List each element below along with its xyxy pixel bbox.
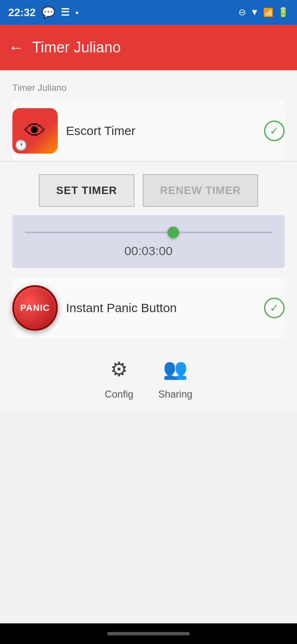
battery-icon: 🔋: [278, 7, 289, 18]
nav-bar: [0, 623, 297, 644]
back-button[interactable]: ←: [8, 39, 24, 57]
gear-icon: ⚙: [110, 358, 128, 381]
bottom-section: ⚙ Config 👥 Sharing: [12, 338, 285, 412]
app-bar: ← Timer Juliano: [0, 25, 297, 70]
message-icon: ☰: [61, 7, 70, 18]
slider-thumb[interactable]: [167, 227, 179, 238]
wifi-icon: ▼: [250, 7, 259, 18]
escort-timer-icon: 👁 🕐: [12, 108, 58, 154]
sharing-icon: 👥: [161, 355, 190, 384]
sharing-item[interactable]: 👥 Sharing: [158, 355, 193, 400]
group-icon: 👥: [163, 358, 188, 381]
clock-badge-icon: 🕐: [15, 140, 27, 151]
slider-fill: [25, 232, 173, 233]
panic-button-image[interactable]: PANIC: [12, 285, 58, 331]
renew-timer-button[interactable]: RENEW TIMER: [143, 174, 258, 207]
status-bar: 22:32 💬 ☰ ● ⊖ ▼ 📶 🔋: [0, 0, 297, 25]
section-label: Timer Juliano: [12, 83, 285, 93]
panic-button-name: Instant Panic Button: [66, 301, 256, 315]
set-timer-button[interactable]: SET TIMER: [39, 174, 134, 207]
app-bar-title: Timer Juliano: [32, 39, 121, 56]
timer-display: 00:03:00: [25, 244, 272, 258]
config-label: Config: [105, 388, 133, 400]
slider-track: [25, 232, 272, 233]
panic-check: ✓: [264, 298, 285, 318]
sharing-label: Sharing: [158, 388, 193, 400]
config-icon: ⚙: [105, 355, 134, 384]
minus-circle-icon: ⊖: [238, 7, 246, 18]
main-content: Timer Juliano 👁 🕐 Escort Timer ✓ SET TIM…: [0, 70, 297, 412]
escort-timer-check: ✓: [264, 121, 285, 141]
status-right: ⊖ ▼ 📶 🔋: [238, 7, 289, 18]
timer-buttons-row: SET TIMER RENEW TIMER: [12, 162, 285, 215]
whatsapp-icon: 💬: [42, 6, 55, 19]
status-left: 22:32 💬 ☰ ●: [8, 6, 79, 19]
dot-icon: ●: [75, 9, 79, 16]
eye-icon: 👁: [24, 118, 46, 143]
escort-timer-row: 👁 🕐 Escort Timer ✓: [12, 101, 285, 161]
check-mark: ✓: [270, 125, 279, 137]
panic-button-row: PANIC Instant Panic Button ✓: [12, 278, 285, 338]
panic-label: PANIC: [20, 303, 50, 313]
escort-timer-name: Escort Timer: [66, 124, 256, 138]
panic-icon-wrapper: PANIC: [12, 285, 58, 331]
time-display: 22:32: [8, 6, 36, 19]
panic-check-mark: ✓: [270, 302, 279, 315]
config-item[interactable]: ⚙ Config: [105, 355, 134, 400]
slider-section: 00:03:00: [12, 215, 285, 268]
signal-icon: 📶: [263, 7, 273, 17]
slider-track-wrapper: [25, 227, 272, 237]
home-indicator: [107, 632, 190, 635]
